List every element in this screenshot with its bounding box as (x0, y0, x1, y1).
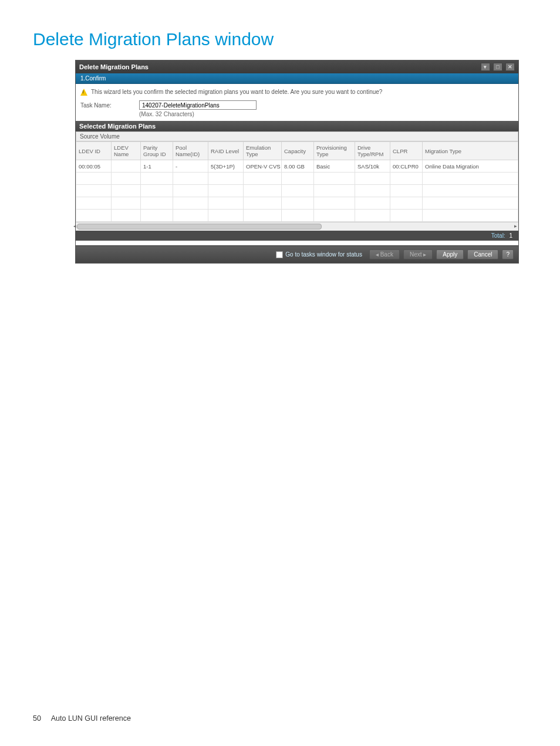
warning-icon (80, 89, 87, 96)
page-number: 50 (33, 714, 41, 723)
page-title: Delete Migration Plans window (33, 29, 527, 49)
window-titlebar: Delete Migration Plans ▾ □ ✕ (76, 60, 518, 73)
apply-button[interactable]: Apply (436, 249, 464, 259)
col-provisioning[interactable]: Provisioning Type (314, 142, 355, 160)
cell-pool: - (173, 160, 208, 173)
totals-bar: Total: 1 (76, 231, 518, 241)
cell-drive: SAS/10k (355, 160, 390, 173)
total-label: Total: (491, 232, 505, 239)
cell-emulation: OPEN-V CVS (244, 160, 282, 173)
status-note: Go to tasks window for status (285, 251, 362, 258)
window-controls: ▾ □ ✕ (480, 63, 515, 71)
col-pool[interactable]: Pool Name(ID) (173, 142, 208, 160)
col-drive[interactable]: Drive Type/RPM (355, 142, 390, 160)
page-footer: 50 Auto LUN GUI reference (33, 714, 131, 723)
cell-provisioning: Basic (314, 160, 355, 173)
col-ldev-id[interactable]: LDEV ID (76, 142, 112, 160)
source-volume-subheader: Source Volume (76, 131, 518, 141)
scroll-thumb[interactable] (77, 224, 322, 229)
cell-ldev-id: 00:00:05 (76, 160, 112, 173)
go-to-tasks-checkbox[interactable] (276, 251, 283, 258)
scroll-left-icon[interactable]: ◂ (73, 223, 76, 229)
col-raid[interactable]: RAID Level (208, 142, 244, 160)
back-button[interactable]: ◂ Back (369, 249, 400, 259)
col-migration-type[interactable]: Migration Type (423, 142, 518, 160)
task-name-label: Task Name: (80, 100, 127, 109)
maximize-icon[interactable]: □ (493, 63, 502, 71)
confirm-message: This wizard lets you confirm the selecte… (91, 89, 382, 95)
table-row[interactable]: 00:00:05 1-1 - 5(3D+1P) OPEN-V CVS 8.00 … (76, 160, 518, 173)
col-emulation[interactable]: Emulation Type (244, 142, 282, 160)
task-name-input[interactable] (139, 100, 257, 110)
col-capacity[interactable]: Capacity (282, 142, 314, 160)
cell-migration: Online Data Migration (423, 160, 518, 173)
cell-parity-group: 1-1 (141, 160, 173, 173)
cell-capacity: 8.00 GB (282, 160, 314, 173)
table-row (76, 210, 518, 222)
next-button[interactable]: Next ▸ (403, 249, 433, 259)
col-ldev-name[interactable]: LDEV Name (112, 142, 141, 160)
total-value: 1 (509, 232, 512, 239)
table-header-row: LDEV ID LDEV Name Parity Group ID Pool N… (76, 142, 518, 160)
task-name-hint: (Max. 32 Characters) (139, 111, 257, 117)
selected-plans-header: Selected Migration Plans (76, 121, 518, 131)
help-button[interactable]: ? (502, 249, 514, 259)
footer-text: Auto LUN GUI reference (51, 714, 131, 723)
filter-icon[interactable]: ▾ (481, 63, 490, 71)
scroll-right-icon[interactable]: ▸ (514, 223, 517, 229)
delete-migration-plans-window: Delete Migration Plans ▾ □ ✕ 1.Confirm T… (75, 60, 519, 264)
cancel-button[interactable]: Cancel (467, 249, 498, 259)
horizontal-scrollbar[interactable]: ◂ ▸ (76, 222, 518, 231)
table-row (76, 185, 518, 197)
cell-ldev-name (112, 160, 141, 173)
table-row (76, 197, 518, 210)
close-icon[interactable]: ✕ (505, 63, 515, 71)
wizard-step: 1.Confirm (76, 73, 518, 84)
col-parity-group[interactable]: Parity Group ID (141, 142, 173, 160)
migration-plans-table: LDEV ID LDEV Name Parity Group ID Pool N… (76, 141, 518, 222)
cell-clpr: 00:CLPR0 (390, 160, 423, 173)
col-clpr[interactable]: CLPR (390, 142, 423, 160)
window-title: Delete Migration Plans (79, 63, 149, 70)
table-row (76, 173, 518, 185)
cell-raid: 5(3D+1P) (208, 160, 244, 173)
footer-bar: Go to tasks window for status ◂ Back Nex… (76, 245, 518, 263)
